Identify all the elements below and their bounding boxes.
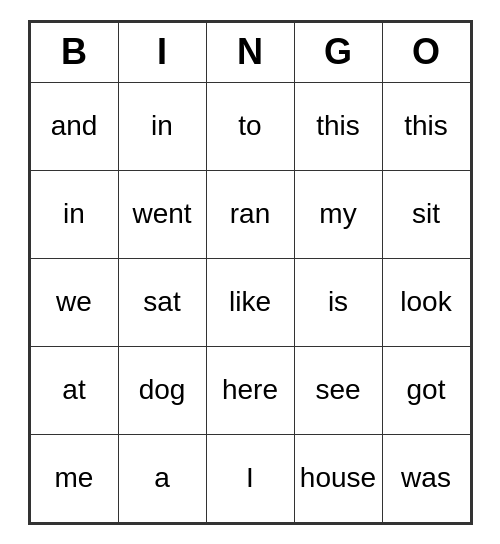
header-col-o: O (382, 22, 470, 82)
cell-r3-c1: dog (118, 346, 206, 434)
table-row: wesatlikeislook (30, 258, 470, 346)
cell-r2-c2: like (206, 258, 294, 346)
cell-r3-c3: see (294, 346, 382, 434)
cell-r1-c2: ran (206, 170, 294, 258)
cell-r2-c0: we (30, 258, 118, 346)
table-row: meaIhousewas (30, 434, 470, 522)
cell-r1-c0: in (30, 170, 118, 258)
cell-r1-c4: sit (382, 170, 470, 258)
cell-r0-c3: this (294, 82, 382, 170)
cell-r2-c1: sat (118, 258, 206, 346)
header-col-b: B (30, 22, 118, 82)
cell-r0-c4: this (382, 82, 470, 170)
cell-r1-c3: my (294, 170, 382, 258)
cell-r1-c1: went (118, 170, 206, 258)
table-row: inwentranmysit (30, 170, 470, 258)
header-row: BINGO (30, 22, 470, 82)
cell-r4-c1: a (118, 434, 206, 522)
table-row: atdoghereseegot (30, 346, 470, 434)
cell-r3-c0: at (30, 346, 118, 434)
header-col-g: G (294, 22, 382, 82)
header-col-n: N (206, 22, 294, 82)
cell-r2-c4: look (382, 258, 470, 346)
cell-r4-c3: house (294, 434, 382, 522)
table-row: andintothisthis (30, 82, 470, 170)
cell-r4-c4: was (382, 434, 470, 522)
bingo-card: BINGO andintothisthisinwentranmysitwesat… (28, 20, 473, 525)
cell-r0-c1: in (118, 82, 206, 170)
cell-r2-c3: is (294, 258, 382, 346)
cell-r3-c4: got (382, 346, 470, 434)
cell-r3-c2: here (206, 346, 294, 434)
cell-r4-c2: I (206, 434, 294, 522)
bingo-table: BINGO andintothisthisinwentranmysitwesat… (30, 22, 471, 523)
header-col-i: I (118, 22, 206, 82)
cell-r4-c0: me (30, 434, 118, 522)
cell-r0-c2: to (206, 82, 294, 170)
cell-r0-c0: and (30, 82, 118, 170)
